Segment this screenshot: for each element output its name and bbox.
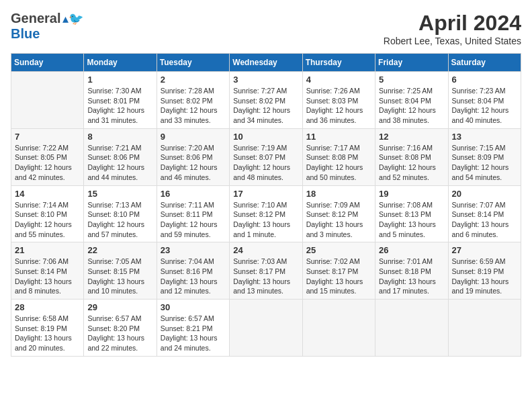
day-number: 3 bbox=[233, 75, 298, 85]
day-info: Sunrise: 6:57 AM Sunset: 8:20 PM Dayligh… bbox=[87, 314, 152, 353]
day-info: Sunrise: 6:57 AM Sunset: 8:21 PM Dayligh… bbox=[161, 314, 226, 353]
calendar-cell: 26Sunrise: 7:01 AM Sunset: 8:18 PM Dayli… bbox=[375, 242, 448, 300]
location-label: Robert Lee, Texas, United States bbox=[384, 36, 521, 46]
day-info: Sunrise: 7:19 AM Sunset: 8:07 PM Dayligh… bbox=[233, 143, 298, 183]
day-number: 29 bbox=[87, 302, 152, 312]
weekday-header-tuesday: Tuesday bbox=[157, 54, 229, 72]
day-number: 19 bbox=[379, 189, 444, 199]
calendar-cell: 9Sunrise: 7:20 AM Sunset: 8:06 PM Daylig… bbox=[157, 128, 229, 185]
calendar-cell: 19Sunrise: 7:08 AM Sunset: 8:13 PM Dayli… bbox=[375, 185, 448, 242]
day-number: 24 bbox=[233, 245, 298, 255]
day-info: Sunrise: 6:59 AM Sunset: 8:19 PM Dayligh… bbox=[452, 257, 517, 296]
day-info: Sunrise: 7:25 AM Sunset: 8:04 PM Dayligh… bbox=[379, 86, 444, 126]
day-number: 5 bbox=[379, 75, 444, 85]
day-info: Sunrise: 7:22 AM Sunset: 8:05 PM Dayligh… bbox=[15, 143, 80, 183]
day-number: 12 bbox=[379, 132, 444, 142]
day-number: 15 bbox=[87, 189, 152, 199]
calendar-cell: 12Sunrise: 7:16 AM Sunset: 8:08 PM Dayli… bbox=[375, 128, 448, 185]
day-number: 28 bbox=[15, 302, 80, 312]
calendar-cell bbox=[302, 300, 375, 357]
calendar-cell bbox=[11, 72, 84, 129]
weekday-header-saturday: Saturday bbox=[448, 54, 521, 72]
weekday-header-monday: Monday bbox=[84, 54, 157, 72]
logo-bird-icon: ▴🐦 bbox=[62, 11, 83, 26]
calendar-cell: 5Sunrise: 7:25 AM Sunset: 8:04 PM Daylig… bbox=[375, 72, 448, 129]
weekday-header-sunday: Sunday bbox=[11, 54, 84, 72]
calendar-cell bbox=[230, 300, 302, 357]
day-info: Sunrise: 7:28 AM Sunset: 8:02 PM Dayligh… bbox=[161, 86, 226, 126]
page-header: General ▴🐦 Blue April 2024 Robert Lee, T… bbox=[11, 11, 521, 46]
day-info: Sunrise: 7:04 AM Sunset: 8:16 PM Dayligh… bbox=[161, 257, 226, 296]
day-number: 8 bbox=[87, 132, 152, 142]
calendar-cell: 29Sunrise: 6:57 AM Sunset: 8:20 PM Dayli… bbox=[84, 300, 157, 357]
calendar-cell: 18Sunrise: 7:09 AM Sunset: 8:12 PM Dayli… bbox=[302, 185, 375, 242]
calendar-cell: 27Sunrise: 6:59 AM Sunset: 8:19 PM Dayli… bbox=[448, 242, 521, 300]
calendar-cell: 28Sunrise: 6:58 AM Sunset: 8:19 PM Dayli… bbox=[11, 300, 84, 357]
day-number: 22 bbox=[87, 245, 152, 255]
day-info: Sunrise: 7:08 AM Sunset: 8:13 PM Dayligh… bbox=[379, 200, 444, 240]
day-info: Sunrise: 7:01 AM Sunset: 8:18 PM Dayligh… bbox=[379, 257, 444, 296]
calendar-cell: 20Sunrise: 7:07 AM Sunset: 8:14 PM Dayli… bbox=[448, 185, 521, 242]
calendar-cell: 7Sunrise: 7:22 AM Sunset: 8:05 PM Daylig… bbox=[11, 128, 84, 185]
day-number: 4 bbox=[306, 75, 371, 85]
day-info: Sunrise: 6:58 AM Sunset: 8:19 PM Dayligh… bbox=[15, 314, 80, 353]
day-info: Sunrise: 7:23 AM Sunset: 8:04 PM Dayligh… bbox=[452, 86, 517, 126]
calendar-cell: 10Sunrise: 7:19 AM Sunset: 8:07 PM Dayli… bbox=[230, 128, 302, 185]
calendar-cell: 22Sunrise: 7:05 AM Sunset: 8:15 PM Dayli… bbox=[84, 242, 157, 300]
day-number: 10 bbox=[233, 132, 298, 142]
day-info: Sunrise: 7:03 AM Sunset: 8:17 PM Dayligh… bbox=[233, 257, 298, 296]
day-info: Sunrise: 7:21 AM Sunset: 8:06 PM Dayligh… bbox=[87, 143, 152, 183]
calendar-cell: 23Sunrise: 7:04 AM Sunset: 8:16 PM Dayli… bbox=[157, 242, 229, 300]
day-number: 6 bbox=[452, 75, 517, 85]
calendar-cell: 15Sunrise: 7:13 AM Sunset: 8:10 PM Dayli… bbox=[84, 185, 157, 242]
calendar-cell: 13Sunrise: 7:15 AM Sunset: 8:09 PM Dayli… bbox=[448, 128, 521, 185]
day-info: Sunrise: 7:13 AM Sunset: 8:10 PM Dayligh… bbox=[87, 200, 152, 240]
logo-blue-text: Blue bbox=[11, 26, 40, 42]
calendar-cell: 24Sunrise: 7:03 AM Sunset: 8:17 PM Dayli… bbox=[230, 242, 302, 300]
day-number: 17 bbox=[233, 189, 298, 199]
calendar-cell: 8Sunrise: 7:21 AM Sunset: 8:06 PM Daylig… bbox=[84, 128, 157, 185]
day-number: 11 bbox=[306, 132, 371, 142]
weekday-header-friday: Friday bbox=[375, 54, 448, 72]
day-number: 26 bbox=[379, 245, 444, 255]
calendar-cell: 4Sunrise: 7:26 AM Sunset: 8:03 PM Daylig… bbox=[302, 72, 375, 129]
day-info: Sunrise: 7:30 AM Sunset: 8:01 PM Dayligh… bbox=[87, 86, 152, 126]
day-info: Sunrise: 7:16 AM Sunset: 8:08 PM Dayligh… bbox=[379, 143, 444, 183]
day-number: 2 bbox=[161, 75, 226, 85]
day-number: 21 bbox=[15, 245, 80, 255]
day-info: Sunrise: 7:15 AM Sunset: 8:09 PM Dayligh… bbox=[452, 143, 517, 183]
day-info: Sunrise: 7:14 AM Sunset: 8:10 PM Dayligh… bbox=[15, 200, 80, 240]
calendar-title: April 2024 bbox=[384, 11, 521, 36]
day-number: 27 bbox=[452, 245, 517, 255]
day-info: Sunrise: 7:27 AM Sunset: 8:02 PM Dayligh… bbox=[233, 86, 298, 126]
day-number: 25 bbox=[306, 245, 371, 255]
weekday-header-wednesday: Wednesday bbox=[230, 54, 302, 72]
calendar-cell: 16Sunrise: 7:11 AM Sunset: 8:11 PM Dayli… bbox=[157, 185, 229, 242]
day-info: Sunrise: 7:06 AM Sunset: 8:14 PM Dayligh… bbox=[15, 257, 80, 296]
day-number: 7 bbox=[15, 132, 80, 142]
calendar-cell: 2Sunrise: 7:28 AM Sunset: 8:02 PM Daylig… bbox=[157, 72, 229, 129]
day-info: Sunrise: 7:17 AM Sunset: 8:08 PM Dayligh… bbox=[306, 143, 371, 183]
calendar-cell: 6Sunrise: 7:23 AM Sunset: 8:04 PM Daylig… bbox=[448, 72, 521, 129]
day-number: 1 bbox=[87, 75, 152, 85]
day-number: 13 bbox=[452, 132, 517, 142]
day-number: 23 bbox=[161, 245, 226, 255]
calendar-cell: 14Sunrise: 7:14 AM Sunset: 8:10 PM Dayli… bbox=[11, 185, 84, 242]
day-number: 14 bbox=[15, 189, 80, 199]
calendar-cell: 3Sunrise: 7:27 AM Sunset: 8:02 PM Daylig… bbox=[230, 72, 302, 129]
day-info: Sunrise: 7:11 AM Sunset: 8:11 PM Dayligh… bbox=[161, 200, 226, 240]
calendar-cell: 30Sunrise: 6:57 AM Sunset: 8:21 PM Dayli… bbox=[157, 300, 229, 357]
title-block: April 2024 Robert Lee, Texas, United Sta… bbox=[384, 11, 521, 46]
day-number: 9 bbox=[161, 132, 226, 142]
day-info: Sunrise: 7:07 AM Sunset: 8:14 PM Dayligh… bbox=[452, 200, 517, 240]
calendar-cell: 21Sunrise: 7:06 AM Sunset: 8:14 PM Dayli… bbox=[11, 242, 84, 300]
calendar-cell: 25Sunrise: 7:02 AM Sunset: 8:17 PM Dayli… bbox=[302, 242, 375, 300]
day-info: Sunrise: 7:26 AM Sunset: 8:03 PM Dayligh… bbox=[306, 86, 371, 126]
day-info: Sunrise: 7:09 AM Sunset: 8:12 PM Dayligh… bbox=[306, 200, 371, 240]
day-info: Sunrise: 7:02 AM Sunset: 8:17 PM Dayligh… bbox=[306, 257, 371, 296]
weekday-header-thursday: Thursday bbox=[302, 54, 375, 72]
calendar-cell: 17Sunrise: 7:10 AM Sunset: 8:12 PM Dayli… bbox=[230, 185, 302, 242]
logo: General ▴🐦 Blue bbox=[11, 11, 83, 42]
calendar-cell: 1Sunrise: 7:30 AM Sunset: 8:01 PM Daylig… bbox=[84, 72, 157, 129]
day-number: 30 bbox=[161, 302, 226, 312]
